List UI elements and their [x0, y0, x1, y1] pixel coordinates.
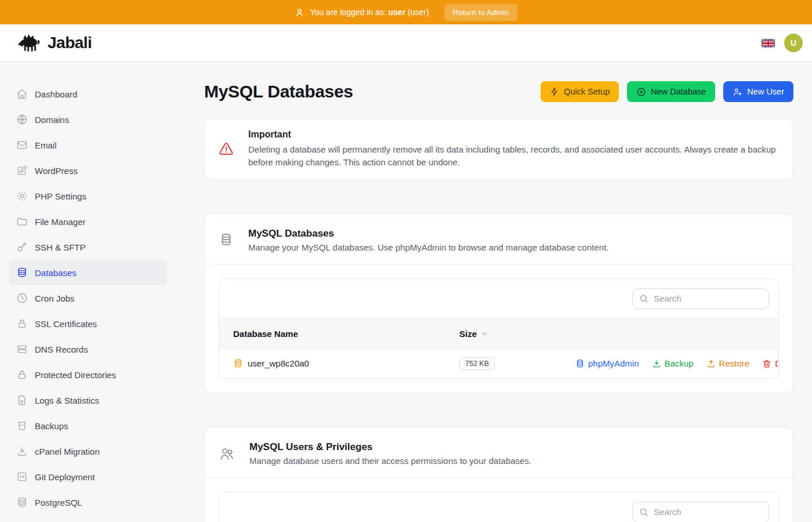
users-section-title: MySQL Users & Privileges [249, 441, 531, 453]
user-plus-icon [733, 87, 742, 97]
warning-title: Important [248, 129, 779, 140]
sidebar-item-git-deployment[interactable]: Git Deployment [9, 464, 167, 490]
mail-icon [16, 139, 28, 151]
users-icon [219, 445, 235, 462]
sidebar-item-wordpress[interactable]: WordPress [9, 158, 167, 183]
brand-logo[interactable]: Jabali [16, 33, 92, 53]
sidebar-item-protected-directories[interactable]: Protected Directories [9, 362, 167, 387]
sidebar-item-label: Cron Jobs [35, 293, 74, 303]
home-icon [16, 88, 28, 100]
sidebar-item-backups[interactable]: Backups [9, 413, 167, 438]
pencil-square-icon [16, 165, 28, 176]
sidebar-item-label: PostgreSQL [35, 498, 82, 507]
document-icon [16, 394, 28, 406]
new-user-button[interactable]: New User [723, 81, 793, 102]
sidebar: Dashboard Domains Email WordPress PHP Se… [0, 62, 176, 522]
search-icon [639, 293, 649, 304]
sidebar-item-databases[interactable]: Databases [9, 260, 167, 285]
user-avatar[interactable]: U [784, 34, 803, 52]
logged-in-role: (user) [408, 8, 429, 17]
lock-icon [16, 318, 28, 329]
user-icon [295, 8, 304, 17]
database-icon [233, 358, 243, 369]
database-icon [16, 267, 28, 278]
sidebar-item-cron-jobs[interactable]: Cron Jobs [9, 285, 167, 311]
database-size-badge: 752 KB [459, 357, 495, 370]
sidebar-item-label: Backups [35, 421, 68, 431]
clock-icon [16, 292, 28, 304]
new-database-button[interactable]: New Database [627, 81, 715, 102]
quick-setup-button[interactable]: Quick Setup [541, 81, 619, 102]
databases-search [632, 288, 769, 309]
sidebar-item-label: WordPress [35, 166, 78, 176]
databases-section-description: Manage your MySQL databases. Use phpMyAd… [248, 242, 608, 252]
sidebar-item-file-manager[interactable]: File Manager [9, 209, 167, 234]
warning-body: Deleting a database will permanently rem… [248, 143, 779, 169]
sidebar-item-php-settings[interactable]: PHP Settings [9, 183, 167, 209]
lightning-icon [550, 87, 559, 96]
sidebar-item-label: SSL Certificates [35, 319, 97, 329]
sidebar-item-label: Dashboard [35, 89, 77, 99]
sidebar-item-dashboard[interactable]: Dashboard [9, 81, 167, 107]
folder-icon [16, 216, 28, 227]
lock-icon [16, 369, 28, 380]
sidebar-item-label: File Manager [35, 217, 86, 227]
databases-table-header: Database Name Size [219, 318, 778, 349]
users-section-description: Manage database users and their access p… [249, 456, 531, 466]
sidebar-item-label: DNS Records [35, 345, 88, 354]
sidebar-item-partial[interactable] [9, 515, 167, 522]
logged-in-status: You are logged in as: user (user) [295, 8, 429, 17]
sidebar-item-label: Logs & Statistics [35, 396, 99, 405]
sidebar-item-ssh-sftp[interactable]: SSH & SFTP [9, 234, 167, 260]
sidebar-item-cpanel-migration[interactable]: cPanel Migration [9, 438, 167, 464]
backup-link[interactable]: Backup [652, 358, 694, 368]
warning-card: Important Deleting a database will perma… [204, 118, 793, 180]
database-row: user_wp8c20a0 752 KB phpMyAdmin [219, 349, 778, 378]
users-search-input[interactable] [632, 502, 769, 522]
sidebar-item-label: PHP Settings [35, 191, 86, 201]
sidebar-item-label: Databases [35, 268, 77, 278]
users-table-panel: User Database Privileges [219, 492, 779, 522]
users-section: MySQL Users & Privileges Manage database… [204, 427, 793, 522]
chevron-down-icon [480, 329, 489, 338]
database-icon [219, 231, 234, 249]
sidebar-item-label: Domains [35, 115, 69, 125]
plus-circle-icon [636, 87, 646, 97]
download-icon [16, 445, 28, 457]
sidebar-item-postgresql[interactable]: PostgreSQL [9, 490, 167, 515]
search-icon [639, 507, 649, 517]
boar-logo-icon [16, 33, 42, 53]
upload-icon [706, 359, 716, 368]
users-search [632, 502, 769, 522]
sidebar-item-label: Email [35, 140, 57, 150]
column-database-name: Database Name [233, 329, 298, 339]
server-icon [16, 343, 28, 355]
delete-link[interactable]: Delete [762, 358, 779, 368]
trash-icon [762, 359, 771, 368]
databases-section: MySQL Databases Manage your MySQL databa… [204, 213, 793, 393]
sidebar-item-label: Protected Directories [35, 370, 116, 380]
key-icon [16, 241, 28, 253]
sidebar-item-logs-statistics[interactable]: Logs & Statistics [9, 387, 167, 413]
page-title: MySQL Databases [204, 82, 353, 102]
databases-search-input[interactable] [632, 288, 769, 309]
sidebar-item-label: cPanel Migration [35, 447, 100, 456]
phpmyadmin-link[interactable]: phpMyAdmin [575, 358, 639, 369]
gear-icon [16, 190, 28, 202]
restore-link[interactable]: Restore [706, 358, 750, 368]
logged-in-username: user [389, 8, 406, 17]
databases-section-title: MySQL Databases [248, 228, 608, 240]
sidebar-item-label: Git Deployment [35, 472, 95, 482]
return-to-admin-button[interactable]: Return to Admin [444, 4, 518, 21]
logged-in-prefix: You are logged in as: [310, 8, 386, 17]
globe-icon [16, 114, 28, 125]
brand-name: Jabali [48, 34, 92, 52]
column-size-sort[interactable]: Size [459, 329, 575, 339]
sidebar-item-dns-records[interactable]: DNS Records [9, 336, 167, 362]
database-name: user_wp8c20a0 [248, 358, 309, 368]
language-flag-icon[interactable] [762, 39, 775, 48]
sidebar-item-ssl-certificates[interactable]: SSL Certificates [9, 311, 167, 336]
sidebar-item-domains[interactable]: Domains [9, 107, 167, 132]
databases-table-panel: Database Name Size user_wp8c20a0 752 KB [219, 278, 779, 379]
sidebar-item-email[interactable]: Email [9, 132, 167, 158]
